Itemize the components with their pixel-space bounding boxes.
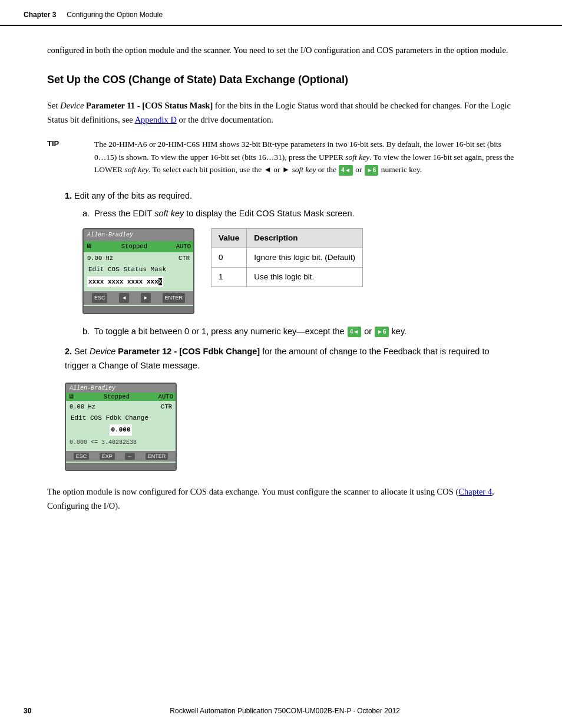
- screen1-data-row: xxxx xxxx xxxx xxxX: [87, 276, 163, 288]
- chapter4-link[interactable]: Chapter 4: [458, 487, 492, 496]
- screen2-btn-enter[interactable]: ENTER: [146, 453, 168, 460]
- page-header: Chapter 3 Configuring the Option Module: [0, 0, 562, 26]
- param11-paragraph: Set Device Parameter 11 - [COS Status Ma…: [47, 99, 515, 127]
- device-italic: Device: [60, 101, 84, 110]
- param12-bold: Parameter 12 - [COS Fdbk Change]: [118, 347, 260, 356]
- key-6-badge: ►6: [365, 165, 378, 176]
- screen2-title: Edit COS Fdbk Change: [70, 412, 172, 423]
- screen1-btn-left[interactable]: ◄: [119, 293, 129, 303]
- device-italic-2: Device: [90, 347, 115, 356]
- val-0: 0: [211, 248, 247, 267]
- screen2-val: 0.000: [110, 424, 131, 436]
- screen1-stopped: Stopped: [121, 242, 147, 252]
- numbered-list: 1. Edit any of the bits as required. a. …: [65, 189, 515, 373]
- value-table: Value Description 0 Ignore this logic bi…: [211, 228, 363, 288]
- value-table-body: 0 Ignore this logic bit. (Default) 1 Use…: [211, 248, 363, 287]
- step-2-label: 2.: [65, 347, 72, 356]
- screen2-stopped: Stopped: [104, 393, 130, 400]
- screen1-status: 🖥 Stopped AUTO: [84, 241, 193, 252]
- chapter-label: Chapter 3: [24, 11, 56, 19]
- screen1-softkeys: [84, 306, 193, 313]
- screen1-hz: 0.00 Hz: [87, 254, 113, 263]
- screen2-btn-exp[interactable]: EXP: [100, 453, 115, 460]
- screen2-auto: AUTO: [158, 393, 173, 400]
- footer-page-number: 30: [24, 707, 31, 715]
- col-value: Value: [211, 228, 247, 248]
- screen2-buttons: ESC EXP ← ENTER: [66, 451, 176, 462]
- col-description: Description: [247, 228, 363, 248]
- screen1-topbar: Allen-Bradley: [84, 229, 193, 242]
- closing-paragraph: The option module is now configured for …: [47, 485, 515, 513]
- screen1-body: 0.00 Hz CTR Edit COS Status Mask xxxx xx…: [84, 252, 193, 289]
- screen1-btn-esc[interactable]: ESC: [92, 293, 108, 303]
- appendix-d-link[interactable]: Appendix D: [135, 115, 177, 124]
- screen2-wrap: Allen-Bradley 🖥 Stopped AUTO 0.00 Hz CTR…: [65, 383, 515, 471]
- step-1a: a. Press the EDIT soft key to display th…: [82, 207, 515, 221]
- step-1-label: 1.: [65, 191, 72, 200]
- section-heading: Set Up the COS (Change of State) Data Ex…: [47, 74, 515, 86]
- screen2-body: 0.00 Hz CTR Edit COS Fdbk Change 0.000 0…: [66, 401, 176, 449]
- screen2-range: 0.000 <= 3.40282E38: [70, 438, 172, 447]
- table-row: 1 Use this logic bit.: [211, 268, 363, 287]
- param11-bold: Parameter 11 - [COS Status Mask]: [86, 101, 213, 110]
- screen1-status-icon: 🖥: [86, 242, 92, 252]
- desc-1: Use this logic bit.: [247, 268, 363, 287]
- screen1-table-row: Allen-Bradley 🖥 Stopped AUTO 0.00 Hz CTR: [82, 228, 515, 314]
- device-screen-2: Allen-Bradley 🖥 Stopped AUTO 0.00 Hz CTR…: [65, 383, 177, 471]
- device-screen-1: Allen-Bradley 🖥 Stopped AUTO 0.00 Hz CTR: [82, 228, 194, 314]
- key-4b-badge: 4◄: [348, 327, 361, 338]
- screen2-softkeys: [66, 463, 176, 470]
- screen1-btn-right[interactable]: ►: [141, 293, 151, 303]
- footer-center: Rockwell Automation Publication 750COM-U…: [170, 707, 400, 715]
- tip-content: The 20-HIM-A6 or 20-HIM-C6S HIM shows 32…: [94, 138, 515, 176]
- page: Chapter 3 Configuring the Option Module …: [0, 0, 562, 728]
- screen1-auto: AUTO: [176, 242, 191, 252]
- intro-paragraph: configured in both the option module and…: [47, 44, 515, 57]
- screen2-btn-back[interactable]: ←: [125, 453, 135, 460]
- table-row: 0 Ignore this logic bit. (Default): [211, 248, 363, 267]
- screen2-btn-esc[interactable]: ESC: [74, 453, 90, 460]
- screen1-brand: Allen-Bradley: [87, 230, 133, 241]
- screen2-brand: Allen-Bradley: [70, 385, 115, 391]
- chapter-title: Configuring the Option Module: [67, 11, 163, 19]
- screen2-topbar: Allen-Bradley: [66, 384, 176, 393]
- step-2: 2. Set Device Parameter 12 - [COS Fdbk C…: [65, 345, 515, 373]
- screen2-hz: 0.00 Hz: [70, 403, 95, 412]
- intro-text: configured in both the option module and…: [47, 45, 508, 55]
- key-4-badge: 4◄: [339, 165, 352, 176]
- screen1-buttons: ESC ◄ ► ENTER: [84, 291, 193, 305]
- step-1: 1. Edit any of the bits as required. a. …: [65, 189, 515, 339]
- tip-label: TIP: [47, 138, 94, 176]
- screen1-title: Edit COS Status Mask: [87, 263, 190, 275]
- page-footer: 30 Rockwell Automation Publication 750CO…: [0, 707, 562, 715]
- screen2-status: 🖥 Stopped AUTO: [66, 393, 176, 401]
- screen1-btn-enter[interactable]: ENTER: [163, 293, 186, 303]
- desc-0: Ignore this logic bit. (Default): [247, 248, 363, 267]
- screen2-hz-right: CTR: [161, 403, 172, 412]
- key-6b-badge: ►6: [375, 327, 388, 338]
- val-1: 1: [211, 268, 247, 287]
- screen2-value: 0.000: [70, 424, 172, 436]
- value-table-header-row: Value Description: [211, 228, 363, 248]
- screen2-icon: 🖥: [68, 393, 75, 400]
- value-table-head: Value Description: [211, 228, 363, 248]
- main-content: configured in both the option module and…: [0, 26, 562, 558]
- screen1-data: xxxx xxxx xxxx xxxX: [87, 276, 190, 288]
- tip-box: TIP The 20-HIM-A6 or 20-HIM-C6S HIM show…: [47, 138, 515, 176]
- screen1-cursor: X: [158, 278, 163, 285]
- step-1b: b. To toggle a bit between 0 or 1, press…: [82, 325, 515, 339]
- screen1-hz-right: CTR: [178, 254, 190, 263]
